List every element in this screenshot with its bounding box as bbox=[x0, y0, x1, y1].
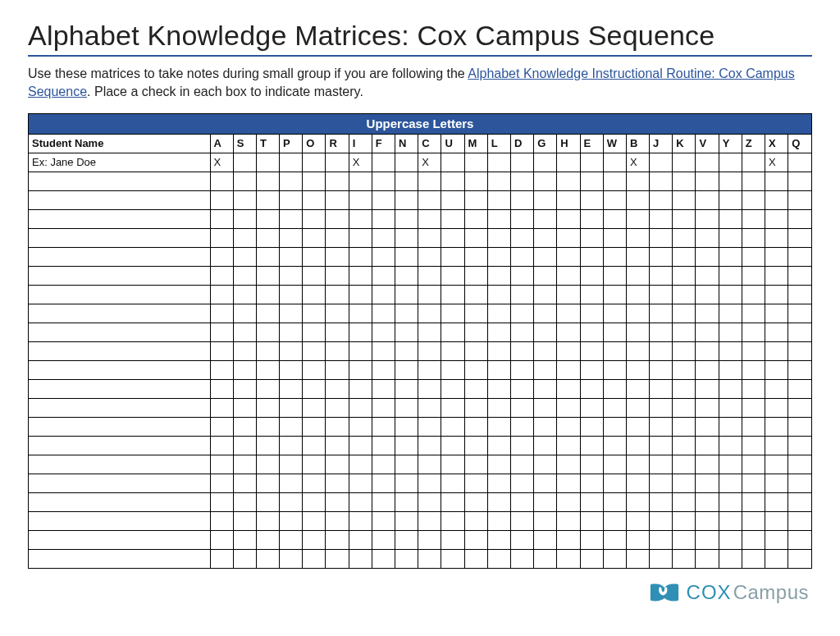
mastery-cell[interactable] bbox=[765, 549, 788, 568]
mastery-cell[interactable] bbox=[534, 417, 557, 436]
mastery-cell[interactable] bbox=[349, 417, 372, 436]
mastery-cell[interactable] bbox=[464, 190, 487, 209]
mastery-cell[interactable] bbox=[719, 455, 742, 474]
student-name-cell[interactable] bbox=[29, 266, 211, 285]
mastery-cell[interactable] bbox=[256, 436, 279, 455]
mastery-cell[interactable] bbox=[510, 266, 533, 285]
mastery-cell[interactable] bbox=[673, 474, 696, 492]
mastery-cell[interactable] bbox=[418, 360, 441, 379]
mastery-cell[interactable] bbox=[280, 172, 303, 190]
mastery-cell[interactable] bbox=[349, 323, 372, 341]
mastery-cell[interactable] bbox=[673, 266, 696, 285]
mastery-cell[interactable] bbox=[788, 360, 812, 379]
mastery-cell[interactable] bbox=[534, 304, 557, 323]
mastery-cell[interactable] bbox=[534, 153, 557, 172]
mastery-cell[interactable] bbox=[395, 285, 418, 304]
mastery-cell[interactable] bbox=[326, 436, 349, 455]
mastery-cell[interactable] bbox=[280, 285, 303, 304]
student-name-cell[interactable] bbox=[29, 549, 211, 568]
mastery-cell[interactable] bbox=[580, 530, 603, 549]
mastery-cell[interactable] bbox=[788, 190, 812, 209]
mastery-cell[interactable] bbox=[441, 417, 464, 436]
mastery-cell[interactable] bbox=[765, 341, 788, 360]
mastery-cell[interactable] bbox=[441, 530, 464, 549]
mastery-cell[interactable] bbox=[464, 266, 487, 285]
mastery-cell[interactable] bbox=[580, 341, 603, 360]
mastery-cell[interactable] bbox=[464, 436, 487, 455]
mastery-cell[interactable] bbox=[326, 247, 349, 266]
mastery-cell[interactable] bbox=[719, 511, 742, 530]
mastery-cell[interactable] bbox=[696, 190, 719, 209]
mastery-cell[interactable] bbox=[650, 511, 673, 530]
mastery-cell[interactable] bbox=[233, 511, 256, 530]
mastery-cell[interactable] bbox=[303, 436, 326, 455]
mastery-cell[interactable] bbox=[788, 228, 812, 247]
mastery-cell[interactable] bbox=[673, 285, 696, 304]
mastery-cell[interactable] bbox=[510, 153, 533, 172]
mastery-cell[interactable] bbox=[742, 417, 765, 436]
mastery-cell[interactable] bbox=[557, 323, 580, 341]
mastery-cell[interactable] bbox=[372, 172, 395, 190]
mastery-cell[interactable] bbox=[719, 530, 742, 549]
mastery-cell[interactable] bbox=[326, 379, 349, 398]
mastery-cell[interactable] bbox=[487, 247, 510, 266]
mastery-cell[interactable] bbox=[487, 474, 510, 492]
mastery-cell[interactable] bbox=[418, 417, 441, 436]
mastery-cell[interactable] bbox=[349, 341, 372, 360]
mastery-cell[interactable] bbox=[603, 474, 626, 492]
mastery-cell[interactable] bbox=[603, 304, 626, 323]
mastery-cell[interactable] bbox=[788, 492, 812, 511]
mastery-cell[interactable] bbox=[742, 285, 765, 304]
student-name-cell[interactable] bbox=[29, 285, 211, 304]
mastery-cell[interactable] bbox=[534, 530, 557, 549]
mastery-cell[interactable] bbox=[719, 285, 742, 304]
mastery-cell[interactable] bbox=[210, 455, 233, 474]
mastery-cell[interactable] bbox=[742, 549, 765, 568]
mastery-cell[interactable] bbox=[626, 474, 649, 492]
mastery-cell[interactable] bbox=[673, 341, 696, 360]
mastery-cell[interactable] bbox=[603, 247, 626, 266]
mastery-cell[interactable] bbox=[788, 285, 812, 304]
mastery-cell[interactable] bbox=[210, 172, 233, 190]
mastery-cell[interactable] bbox=[742, 455, 765, 474]
mastery-cell[interactable] bbox=[580, 398, 603, 417]
mastery-cell[interactable] bbox=[256, 190, 279, 209]
mastery-cell[interactable] bbox=[742, 530, 765, 549]
mastery-cell[interactable] bbox=[719, 266, 742, 285]
mastery-cell[interactable] bbox=[650, 417, 673, 436]
mastery-cell[interactable] bbox=[464, 360, 487, 379]
mastery-cell[interactable] bbox=[233, 360, 256, 379]
mastery-cell[interactable] bbox=[510, 530, 533, 549]
mastery-cell[interactable] bbox=[580, 474, 603, 492]
mastery-cell[interactable] bbox=[510, 511, 533, 530]
mastery-cell[interactable] bbox=[349, 285, 372, 304]
mastery-cell[interactable] bbox=[765, 266, 788, 285]
mastery-cell[interactable] bbox=[210, 247, 233, 266]
mastery-cell[interactable] bbox=[233, 379, 256, 398]
mastery-cell[interactable] bbox=[441, 379, 464, 398]
mastery-cell[interactable] bbox=[487, 228, 510, 247]
mastery-cell[interactable] bbox=[603, 172, 626, 190]
mastery-cell[interactable] bbox=[650, 247, 673, 266]
mastery-cell[interactable] bbox=[280, 455, 303, 474]
mastery-cell[interactable] bbox=[326, 530, 349, 549]
mastery-cell[interactable] bbox=[464, 379, 487, 398]
mastery-cell[interactable] bbox=[464, 549, 487, 568]
mastery-cell[interactable] bbox=[650, 341, 673, 360]
mastery-cell[interactable] bbox=[510, 209, 533, 228]
student-name-cell[interactable] bbox=[29, 209, 211, 228]
mastery-cell[interactable] bbox=[256, 417, 279, 436]
mastery-cell[interactable] bbox=[210, 266, 233, 285]
mastery-cell[interactable] bbox=[372, 228, 395, 247]
mastery-cell[interactable] bbox=[696, 172, 719, 190]
mastery-cell[interactable] bbox=[673, 228, 696, 247]
mastery-cell[interactable] bbox=[603, 492, 626, 511]
student-name-cell[interactable] bbox=[29, 247, 211, 266]
mastery-cell[interactable] bbox=[326, 153, 349, 172]
mastery-cell[interactable] bbox=[580, 360, 603, 379]
mastery-cell[interactable] bbox=[534, 511, 557, 530]
mastery-cell[interactable] bbox=[256, 323, 279, 341]
mastery-cell[interactable] bbox=[580, 209, 603, 228]
mastery-cell[interactable] bbox=[326, 360, 349, 379]
mastery-cell[interactable] bbox=[233, 190, 256, 209]
